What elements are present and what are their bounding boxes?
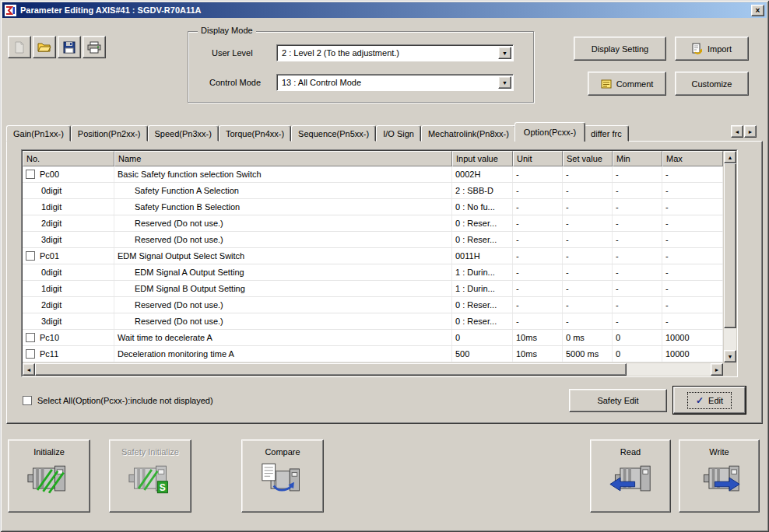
cell-max: - <box>662 281 723 296</box>
column-header-set[interactable]: Set value <box>563 151 613 166</box>
user-level-select[interactable]: 2 : Level 2 (To the adjustment.) ▼ <box>276 44 514 61</box>
cell-max: 10000 <box>662 346 723 362</box>
table-row-3digit[interactable]: 3digitReserved (Do not use.)0 : Reser...… <box>23 232 723 248</box>
cell-max: - <box>662 313 723 329</box>
table-body: Pc00Basic Safety function selection Swit… <box>23 166 723 362</box>
combo-arrow-icon[interactable]: ▼ <box>498 76 511 89</box>
scroll-right-button[interactable]: ► <box>711 363 723 376</box>
parameter-number: Pc00 <box>40 170 59 179</box>
initialize-label: Initialize <box>33 447 65 457</box>
cell-unit: 10ms <box>513 330 563 345</box>
safety-edit-button[interactable]: Safety Edit <box>569 389 667 412</box>
tab-option[interactable]: Option(Pcxx-) <box>514 122 585 142</box>
tab-gain[interactable]: Gain(Pn1xx-) <box>6 125 71 142</box>
cell-unit: - <box>513 232 563 247</box>
cell-input: 0011H <box>452 248 513 264</box>
horizontal-scrollbar-thumb[interactable] <box>35 363 627 376</box>
cell-max: - <box>662 264 723 280</box>
cell-name: Reserved (Do not use.) <box>114 313 452 329</box>
table-row-1digit[interactable]: 1digitSafety Function B Selection0 : No … <box>23 199 723 215</box>
scroll-left-icon: ◄ <box>26 367 32 373</box>
tab-position[interactable]: Position(Pn2xx-) <box>71 125 148 142</box>
combo-arrow-icon[interactable]: ▼ <box>498 47 511 59</box>
table-row-0digit[interactable]: 0digitSafety Function A Selection2 : SBB… <box>23 183 723 199</box>
comment-icon <box>601 79 612 89</box>
tab-scroll-right-button[interactable]: ► <box>744 125 757 138</box>
parameter-number: Pc10 <box>40 333 59 342</box>
compare-button[interactable]: Compare <box>241 439 324 513</box>
row-checkbox[interactable] <box>26 251 35 261</box>
column-header-no[interactable]: No. <box>23 151 114 166</box>
table-row-2digit[interactable]: 2digitReserved (Do not use.)0 : Reser...… <box>23 215 723 232</box>
edit-button[interactable]: ✓ Edit <box>673 387 746 414</box>
read-motor-icon <box>609 462 652 496</box>
cell-input: 0 : Reser... <box>452 232 513 247</box>
cell-unit: - <box>513 313 563 329</box>
control-mode-select[interactable]: 13 : All Control Mode ▼ <box>276 74 514 91</box>
table-row-Pc11[interactable]: Pc11Deceleration monitoring time A50010m… <box>23 346 723 362</box>
cell-set: - <box>563 297 613 313</box>
cell-min: - <box>613 166 662 182</box>
column-header-max[interactable]: Max <box>662 151 723 166</box>
cell-no: 1digit <box>23 199 114 215</box>
tab-torque[interactable]: Torque(Pn4xx-) <box>219 125 291 142</box>
cell-max: - <box>662 183 723 198</box>
customize-button[interactable]: Customize <box>675 72 749 96</box>
table-row-0digit[interactable]: 0digitEDM Signal A Output Setting1 : Dur… <box>23 264 723 281</box>
initialize-button[interactable]: Initialize <box>8 439 90 513</box>
table-row-Pc10[interactable]: Pc10Wait time to decelerate A010ms0 ms01… <box>23 330 723 346</box>
option-tab-panel: No.NameInput valueUnitSet valueMinMax Pc… <box>6 141 763 424</box>
table-row-2digit[interactable]: 2digitReserved (Do not use.)0 : Reser...… <box>23 297 723 313</box>
cell-input: 0 <box>452 330 513 345</box>
vertical-scrollbar-thumb[interactable] <box>724 163 736 328</box>
parameter-number: 2digit <box>41 300 61 310</box>
column-header-unit[interactable]: Unit <box>513 151 563 166</box>
column-header-input[interactable]: Input value <box>452 151 513 166</box>
import-button[interactable]: Import <box>675 37 749 61</box>
app-icon <box>5 5 16 16</box>
horizontal-scrollbar[interactable]: ◄ ► <box>23 362 723 376</box>
table-row-3digit[interactable]: 3digitReserved (Do not use.)0 : Reser...… <box>23 313 723 330</box>
close-button[interactable]: × <box>751 5 764 16</box>
cell-unit: 10ms <box>513 346 563 362</box>
table-row-Pc00[interactable]: Pc00Basic Safety function selection Swit… <box>23 166 723 183</box>
svg-text:S: S <box>160 482 166 493</box>
column-header-min[interactable]: Min <box>613 151 662 166</box>
safety-initialize-motor-icon: S <box>128 462 172 496</box>
print-button[interactable] <box>83 36 106 58</box>
select-all-checkbox[interactable] <box>23 396 32 405</box>
display-setting-button[interactable]: Display Setting <box>574 37 666 61</box>
cell-no: 1digit <box>23 281 114 296</box>
table-header: No.NameInput valueUnitSet valueMinMax <box>23 151 723 166</box>
tab-mechatrolink[interactable]: Mechatrolink(Pn8xx-) <box>421 125 516 142</box>
column-header-name[interactable]: Name <box>114 151 452 166</box>
read-button[interactable]: Read <box>590 439 671 513</box>
scroll-up-button[interactable]: ▲ <box>724 151 736 163</box>
save-icon <box>63 41 75 54</box>
new-button[interactable] <box>8 36 31 58</box>
row-checkbox[interactable] <box>26 170 35 179</box>
control-mode-value: 13 : All Control Mode <box>277 75 497 90</box>
cell-unit: - <box>513 281 563 296</box>
cell-no: Pc10 <box>23 330 114 345</box>
tab-io-sign[interactable]: I/O Sign <box>376 125 421 142</box>
scroll-right-icon: ► <box>715 367 720 373</box>
row-checkbox[interactable] <box>26 349 35 359</box>
write-button[interactable]: Write <box>679 439 760 513</box>
tab-scroll-left-button[interactable]: ◄ <box>731 125 743 138</box>
cell-set: - <box>563 215 613 231</box>
comment-button[interactable]: Comment <box>588 72 666 96</box>
safety-initialize-button[interactable]: Safety Initialize S <box>109 439 191 513</box>
tab-sequence[interactable]: Sequence(Pn5xx-) <box>291 125 376 142</box>
table-row-Pc01[interactable]: Pc01EDM Signal Output Select Switch0011H… <box>23 248 723 264</box>
scroll-left-button[interactable]: ◄ <box>23 363 35 376</box>
tab-differ[interactable]: differ frc <box>584 125 629 142</box>
tab-speed[interactable]: Speed(Pn3xx-) <box>148 125 219 142</box>
row-checkbox[interactable] <box>26 333 35 342</box>
table-row-1digit[interactable]: 1digitEDM Signal B Output Setting1 : Dur… <box>23 281 723 297</box>
vertical-scrollbar[interactable]: ▲ ▼ <box>723 151 736 362</box>
open-button[interactable] <box>33 36 56 58</box>
save-button[interactable] <box>58 36 81 58</box>
scroll-down-button[interactable]: ▼ <box>724 350 736 362</box>
parameter-table-frame: No.NameInput valueUnitSet valueMinMax Pc… <box>21 149 738 377</box>
